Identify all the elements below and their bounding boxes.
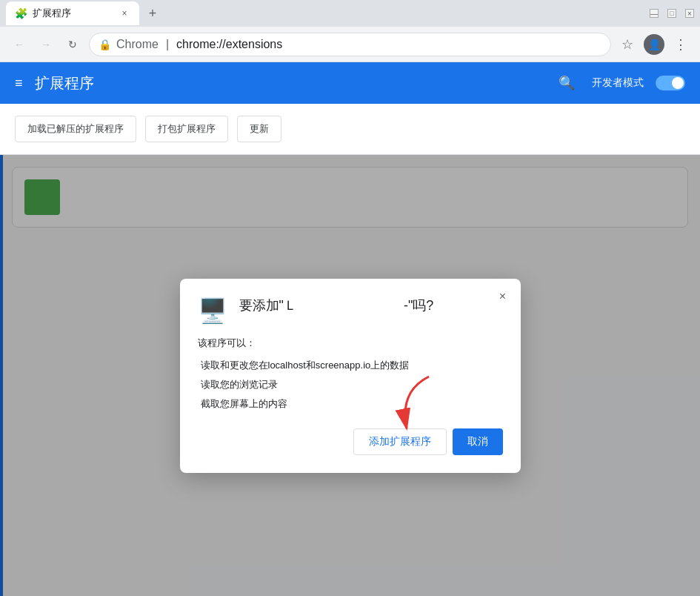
dialog-footer: 添加扩展程序 取消	[198, 428, 503, 455]
omnibox-chrome-label: Chrome	[116, 38, 159, 51]
extensions-header: ≡ 扩展程序 🔍 开发者模式	[0, 62, 700, 104]
dev-mode-label: 开发者模式	[592, 76, 644, 90]
profile-button[interactable]: 👤	[644, 34, 664, 55]
new-tab-button[interactable]: +	[142, 3, 163, 24]
add-extension-button[interactable]: 添加扩展程序	[353, 428, 447, 455]
omnibox-url: chrome://extensions	[176, 38, 282, 51]
dev-mode-toggle[interactable]	[656, 76, 685, 90]
add-extension-dialog: × 🖥️ 要添加"Ｌ -"吗? 该程序可以： 读取和更改您在localhost和…	[180, 279, 521, 473]
forward-button[interactable]: →	[36, 34, 56, 55]
close-button[interactable]: ×	[685, 9, 694, 18]
bookmark-button[interactable]: ☆	[617, 34, 638, 55]
extensions-content: × 🖥️ 要添加"Ｌ -"吗? 该程序可以： 读取和更改您在localhost和…	[0, 155, 700, 596]
update-button[interactable]: 更新	[237, 116, 281, 142]
omnibox-separator: |	[166, 38, 169, 51]
dialog-body: 该程序可以： 读取和更改您在localhost和screenapp.io上的数据…	[198, 337, 503, 411]
tab-close-button[interactable]: ×	[119, 7, 130, 19]
back-button[interactable]: ←	[9, 34, 30, 55]
browser-window: 🧩 扩展程序 × + — □ × ← → ↻ 🔒 Chrome | chrome…	[0, 0, 700, 596]
window-controls: — □ ×	[650, 9, 694, 18]
tab-title: 扩展程序	[33, 7, 113, 20]
dialog-header: 🖥️ 要添加"Ｌ -"吗?	[198, 297, 503, 325]
maximize-button[interactable]: □	[667, 9, 676, 18]
permission-item-3: 截取您屏幕上的内容	[198, 397, 503, 411]
dialog-close-button[interactable]: ×	[494, 288, 512, 305]
permission-item-1: 读取和更改您在localhost和screenapp.io上的数据	[198, 359, 503, 372]
omnibox[interactable]: 🔒 Chrome | chrome://extensions	[89, 33, 611, 56]
dialog-title: 要添加"Ｌ -"吗?	[239, 297, 434, 315]
minimize-button[interactable]: —	[650, 9, 659, 18]
browser-menu-button[interactable]: ⋮	[670, 34, 691, 55]
address-bar: ← → ↻ 🔒 Chrome | chrome://extensions ☆ 👤…	[0, 27, 700, 62]
search-button[interactable]: 🔍	[553, 70, 580, 96]
active-tab[interactable]: 🧩 扩展程序 ×	[6, 1, 139, 25]
extensions-page: ≡ 扩展程序 🔍 开发者模式 加载已解压的扩展程序 打包扩展程序 更新	[0, 62, 700, 596]
permissions-section-label: 该程序可以：	[198, 337, 503, 350]
cancel-button[interactable]: 取消	[453, 428, 503, 455]
extensions-page-title: 扩展程序	[35, 73, 541, 93]
title-bar-left: 🧩 扩展程序 × +	[6, 1, 650, 25]
reload-button[interactable]: ↻	[62, 34, 83, 55]
hamburger-menu-button[interactable]: ≡	[15, 76, 23, 91]
search-icon: 🔍	[559, 75, 575, 91]
permission-item-2: 读取您的浏览记录	[198, 378, 503, 391]
tab-favicon: 🧩	[15, 7, 27, 19]
security-icon: 🔒	[99, 39, 110, 50]
monitor-icon: 🖥️	[198, 297, 227, 325]
extensions-toolbar: 加载已解压的扩展程序 打包扩展程序 更新	[0, 104, 700, 155]
load-unpacked-button[interactable]: 加载已解压的扩展程序	[15, 116, 136, 142]
pack-extension-button[interactable]: 打包扩展程序	[145, 116, 228, 142]
title-bar: 🧩 扩展程序 × + — □ ×	[0, 0, 700, 27]
modal-overlay: × 🖥️ 要添加"Ｌ -"吗? 该程序可以： 读取和更改您在localhost和…	[0, 155, 700, 596]
